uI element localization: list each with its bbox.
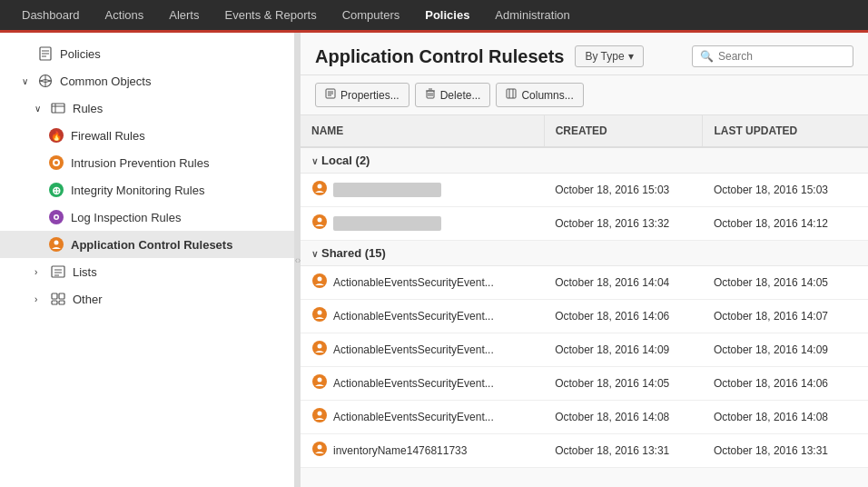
row-name-text: ActionableEventsSecurityEvent... <box>333 411 494 423</box>
search-box: 🔍 <box>692 45 853 67</box>
group-row: ∨Local (2) <box>301 147 868 174</box>
nav-events-reports[interactable]: Events & Reports <box>212 0 329 32</box>
sidebar-item-other[interactable]: › Other <box>0 285 294 313</box>
app-control-icon <box>47 235 65 253</box>
cell-created: October 18, 2016 14:05 <box>544 367 703 401</box>
cell-name: ActionableEventsSecurityEvent... <box>301 333 544 367</box>
svg-rect-28 <box>59 301 64 304</box>
table-row[interactable]: ActionableEventsSecurityEvent...October … <box>301 333 868 367</box>
nav-computers[interactable]: Computers <box>330 0 413 32</box>
row-app-icon <box>311 273 328 293</box>
table-row[interactable]: ActionableEventsSecurityEvent...October … <box>301 266 868 300</box>
properties-button[interactable]: Properties... <box>315 83 409 107</box>
cell-created: October 18, 2016 14:09 <box>544 333 703 367</box>
nav-alerts[interactable]: Alerts <box>156 0 212 32</box>
nav-administration[interactable]: Administration <box>482 0 582 32</box>
nav-actions[interactable]: Actions <box>93 0 157 32</box>
row-name-text: ActionableEventsSecurityEvent... <box>333 310 494 323</box>
main-layout: Policies ∨ Common Objects ∨ <box>0 33 868 487</box>
row-app-icon <box>311 306 328 326</box>
sidebar-item-common-objects[interactable]: ∨ Common Objects <box>0 67 294 94</box>
svg-text:🔥: 🔥 <box>51 130 63 142</box>
cell-created: October 18, 2016 13:31 <box>544 434 703 468</box>
rulesets-table: NAME CREATED LAST UPDATED ∨Local (2)████… <box>301 115 868 468</box>
sidebar-rules-label: Rules <box>73 102 103 115</box>
group-name: Shared (15) <box>321 246 386 260</box>
policies-icon <box>36 45 54 63</box>
cell-created: October 18, 2016 14:04 <box>544 266 703 300</box>
svg-rect-27 <box>52 301 57 304</box>
cell-name: inventoryName1476811733 <box>301 434 544 468</box>
svg-point-18 <box>55 216 58 219</box>
cell-updated: October 18, 2016 14:12 <box>703 207 868 241</box>
row-app-icon <box>311 441 328 461</box>
cell-name: ActionableEventsSecurityEvent... <box>301 300 544 333</box>
table-row[interactable]: ActionableEventsSecurityEvent...October … <box>301 401 868 434</box>
sidebar-item-rules[interactable]: ∨ Rules <box>0 94 294 122</box>
cell-updated: October 18, 2016 14:09 <box>703 333 868 367</box>
row-name-text: ActionableEventsSecurityEvent... <box>333 377 494 390</box>
row-app-icon <box>311 214 328 234</box>
toolbar: Properties... Delete... <box>301 75 868 115</box>
svg-point-13 <box>54 161 58 164</box>
cell-updated: October 18, 2016 14:06 <box>703 367 868 401</box>
col-header-name: NAME <box>301 115 544 147</box>
sidebar-item-policies[interactable]: Policies <box>0 40 294 67</box>
sidebar-firewall-label: Firewall Rules <box>71 129 145 143</box>
cell-name: ActionableEventsSecurityEvent... <box>301 266 544 300</box>
cell-created: October 18, 2016 15:03 <box>544 174 703 207</box>
svg-point-51 <box>318 344 322 349</box>
cell-created: October 18, 2016 14:06 <box>544 300 703 333</box>
search-input[interactable] <box>718 50 845 63</box>
sidebar-item-intrusion[interactable]: Intrusion Prevention Rules <box>0 149 294 176</box>
other-icon <box>49 290 67 308</box>
sidebar-item-firewall[interactable]: 🔥 Firewall Rules <box>0 122 294 149</box>
table-row[interactable]: inventoryName1476811733October 18, 2016 … <box>301 434 868 468</box>
row-app-icon <box>311 340 328 360</box>
table-row[interactable]: ActionableEventsSecurityEvent...October … <box>301 300 868 333</box>
dropdown-arrow-icon: ▾ <box>628 50 634 63</box>
sidebar-item-integrity[interactable]: ⊕ Integrity Monitoring Rules <box>0 176 294 204</box>
cell-updated: October 18, 2016 14:08 <box>703 401 868 434</box>
rules-icon <box>49 99 67 117</box>
sidebar-log-label: Log Inspection Rules <box>71 211 181 224</box>
svg-rect-6 <box>52 104 64 113</box>
cell-name: ██████████████ <box>301 174 544 207</box>
group-name: Local (2) <box>321 154 370 167</box>
filter-label: By Type <box>585 50 624 63</box>
svg-point-55 <box>318 412 322 416</box>
table-row[interactable]: ActionableEventsSecurityEvent...October … <box>301 367 868 401</box>
group-chevron-icon: ∨ <box>311 249 318 259</box>
table-row[interactable]: ██████████████October 18, 2016 13:32Octo… <box>301 207 868 241</box>
log-icon <box>47 208 65 226</box>
row-app-icon <box>311 180 328 200</box>
sidebar-intrusion-label: Intrusion Prevention Rules <box>71 156 209 170</box>
firewall-icon: 🔥 <box>47 126 65 144</box>
filter-dropdown[interactable]: By Type ▾ <box>575 45 643 67</box>
svg-point-47 <box>318 277 322 282</box>
chevron-right-other-icon: › <box>35 294 45 304</box>
table-row[interactable]: ██████████████October 18, 2016 15:03Octo… <box>301 174 868 207</box>
delete-button[interactable]: Delete... <box>415 83 491 107</box>
columns-label: Columns... <box>521 89 573 102</box>
sidebar-item-log[interactable]: Log Inspection Rules <box>0 204 294 231</box>
sidebar-lists-label: Lists <box>73 265 97 279</box>
sidebar-item-app-control[interactable]: Application Control Rulesets <box>0 231 294 258</box>
svg-rect-25 <box>52 293 57 299</box>
nav-dashboard[interactable]: Dashboard <box>9 0 93 32</box>
properties-label: Properties... <box>340 89 399 102</box>
main-content: Application Control Rulesets By Type ▾ 🔍 <box>301 33 868 487</box>
cell-name: ActionableEventsSecurityEvent... <box>301 367 544 401</box>
cell-updated: October 18, 2016 14:07 <box>703 300 868 333</box>
sidebar-item-lists[interactable]: › Lists <box>0 258 294 285</box>
col-header-created: CREATED <box>544 115 703 147</box>
nav-policies[interactable]: Policies <box>412 0 482 32</box>
lists-icon <box>49 263 67 281</box>
svg-point-57 <box>318 445 322 450</box>
cell-created: October 18, 2016 14:08 <box>544 401 703 434</box>
chevron-right-lists-icon: › <box>35 267 45 277</box>
row-name-text: inventoryName1476811733 <box>333 444 467 457</box>
row-name-text: ActionableEventsSecurityEvent... <box>333 276 494 289</box>
row-name-text: ██████████████ <box>333 183 441 197</box>
columns-button[interactable]: Columns... <box>496 83 583 107</box>
